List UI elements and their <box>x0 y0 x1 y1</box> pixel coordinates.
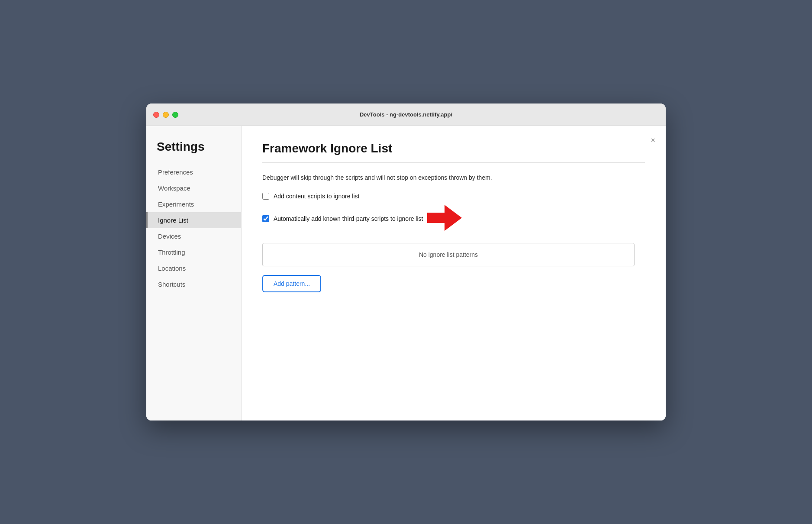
add-pattern-button[interactable]: Add pattern... <box>262 275 321 292</box>
sidebar-item-locations[interactable]: Locations <box>146 260 241 276</box>
add-content-scripts-checkbox[interactable] <box>262 193 269 200</box>
minimize-traffic-light[interactable] <box>163 112 169 118</box>
window-body: Settings Preferences Workspace Experimen… <box>146 126 666 420</box>
app-window: DevTools - ng-devtools.netlify.app/ Sett… <box>146 104 666 420</box>
checkbox-row-content-scripts: Add content scripts to ignore list <box>262 193 645 200</box>
description-text: Debugger will skip through the scripts a… <box>262 173 645 182</box>
add-content-scripts-label[interactable]: Add content scripts to ignore list <box>274 193 359 200</box>
close-button[interactable]: × <box>649 135 657 146</box>
traffic-lights <box>153 112 178 118</box>
red-arrow-annotation <box>427 205 462 233</box>
auto-add-third-party-label[interactable]: Automatically add known third-party scri… <box>274 215 423 222</box>
sidebar: Settings Preferences Workspace Experimen… <box>146 126 242 420</box>
no-patterns-box: No ignore list patterns <box>262 243 635 266</box>
page-title: Framework Ignore List <box>262 142 645 155</box>
section-divider <box>262 162 645 163</box>
main-content: × Framework Ignore List Debugger will sk… <box>242 126 666 420</box>
auto-add-third-party-checkbox[interactable] <box>262 215 269 222</box>
fullscreen-traffic-light[interactable] <box>172 112 178 118</box>
sidebar-item-workspace[interactable]: Workspace <box>146 180 241 196</box>
sidebar-heading: Settings <box>146 140 241 164</box>
sidebar-item-experiments[interactable]: Experiments <box>146 196 241 212</box>
sidebar-item-devices[interactable]: Devices <box>146 228 241 244</box>
svg-marker-0 <box>427 205 462 231</box>
sidebar-item-shortcuts[interactable]: Shortcuts <box>146 276 241 292</box>
sidebar-item-ignore-list[interactable]: Ignore List <box>146 212 241 228</box>
checkbox-row-third-party: Automatically add known third-party scri… <box>262 205 645 233</box>
titlebar-title: DevTools - ng-devtools.netlify.app/ <box>360 111 452 118</box>
titlebar: DevTools - ng-devtools.netlify.app/ <box>146 104 666 126</box>
sidebar-item-throttling[interactable]: Throttling <box>146 244 241 260</box>
close-traffic-light[interactable] <box>153 112 159 118</box>
no-patterns-text: No ignore list patterns <box>419 251 478 258</box>
sidebar-item-preferences[interactable]: Preferences <box>146 164 241 180</box>
